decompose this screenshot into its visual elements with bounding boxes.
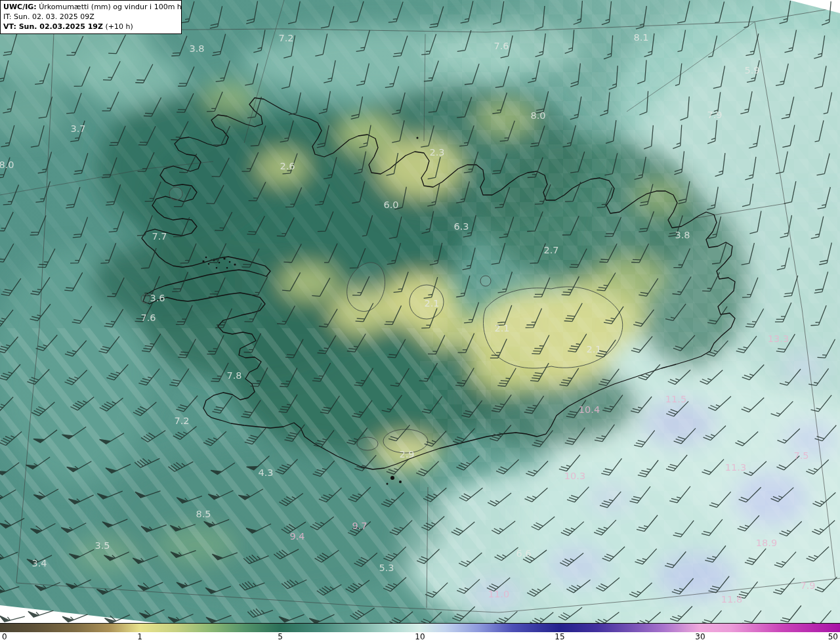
precip-value-label: 18.9 [756,538,777,548]
precip-value-label: 7.8 [226,370,242,381]
precip-value-label: 6.3 [453,221,469,232]
grid-texture-east [420,0,840,623]
colorbar-tick: 5 [278,632,283,641]
precip-value-label: 5.9 [744,65,759,75]
precip-value-label: 7.9 [800,580,815,591]
precip-value-label: 3.7 [70,123,85,134]
precip-value-label: 2.1 [424,298,439,309]
precip-value-label: 8.0 [530,110,545,121]
precip-value-label: 10.4 [579,404,600,415]
precip-value-label: 10.3 [564,471,585,481]
precip-value-label: 9.4 [289,531,304,542]
precip-value-label: 8.0 [0,160,14,170]
title-line-2: IT: Sun. 02. 03. 2025 09Z [3,12,178,22]
colorbar-tick: 0 [2,632,7,641]
colorbar-tick: 50 [828,632,838,641]
precip-value-label: 2.7 [543,245,558,255]
precip-value-label: 7.6 [140,312,156,323]
colorbar-tick: 15 [555,632,564,641]
precip-value-label: 3.5 [94,540,110,551]
colorbar-tick: 10 [415,632,425,641]
precip-value-label: 6.6 [516,548,531,559]
title-box: UWC/IG: Úrkomumætti (mm) og vindur i 100… [0,0,182,34]
precip-value-label: 2.1 [494,323,509,333]
precip-value-label: 7.7 [152,231,167,242]
weather-map-frame: 3.87.27.68.15.97.98.03.78.02.32.66.06.33… [0,0,840,642]
precip-value-label: 11.5 [665,394,686,404]
colorbar-tick: 30 [695,632,705,641]
precip-value-label: 2.1 [586,344,601,354]
valid-time-label: VT: Sun. 02.03.2025 19Z [3,22,103,31]
model-id-label: UWC/IG: [3,3,37,11]
streak-texture-sw [0,328,486,623]
precip-value-label: 13.3 [768,333,789,344]
precip-value-label: 6.0 [383,200,398,210]
precip-value-label: 4.3 [258,467,273,478]
precip-value-label: 8.1 [633,32,648,43]
precip-value-label: 3.4 [32,558,47,568]
precip-value-label: 7.5 [793,450,808,461]
precip-value-label: 7.9 [707,110,722,120]
precip-value-label: 2.6 [280,161,295,171]
precip-value-label: 3.8 [675,230,690,240]
precip-value-label: 7.6 [494,41,509,51]
title-line-1: UWC/IG: Úrkomumætti (mm) og vindur i 100… [3,2,178,12]
precip-value-label: 3.6 [150,293,165,303]
precipitation-wind-map: 3.87.27.68.15.97.98.03.78.02.32.66.06.33… [0,0,840,623]
title-line-3: VT: Sun. 02.03.2025 19Z (+10 h) [3,22,178,32]
precip-value-label: 7.2 [278,33,293,43]
precip-value-label: 11.0 [488,589,509,599]
precip-colorbar-ticks: 01510153050 [0,632,840,642]
precip-value-label: 2.9 [399,449,414,460]
precip-value-label: 9.7 [352,521,367,531]
precip-value-label: 8.5 [196,509,211,519]
precip-colorbar [0,623,840,633]
precip-value-label: 7.2 [174,416,189,426]
precip-value-label: 5.3 [379,563,394,573]
precip-value-label: 3.8 [189,43,204,54]
precip-value-label: 2.3 [429,147,444,158]
precip-value-label: 11.8 [721,594,742,605]
precip-value-label: 11.3 [725,462,746,473]
colorbar-tick: 1 [137,632,142,641]
